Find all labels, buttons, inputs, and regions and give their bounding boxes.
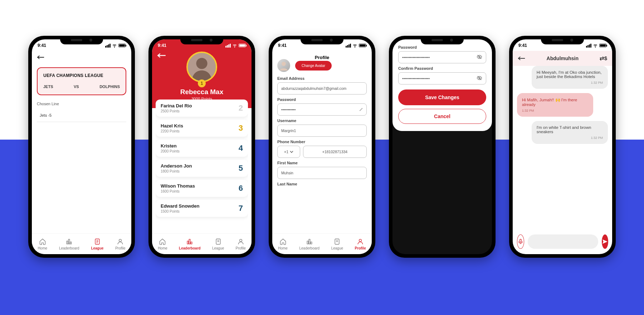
first-name-field[interactable]: Muhsin — [277, 167, 367, 179]
tab-profile[interactable]: Profile — [236, 238, 246, 250]
svg-point-8 — [359, 239, 362, 242]
entry-name: Kristen — [161, 143, 180, 149]
eye-off-icon[interactable] — [477, 75, 482, 82]
chat-title: Abdulmuhsin — [547, 55, 579, 61]
cancel-button[interactable]: Cancel — [398, 109, 486, 124]
entry-rank: 4 — [239, 144, 243, 153]
entry-points: 1800 Points — [161, 169, 192, 173]
email-label: Email Address — [277, 76, 367, 81]
entry-rank: 5 — [239, 164, 243, 173]
leaderboard-entry[interactable]: Hazel Kris2200 Points3 — [156, 120, 248, 137]
status-right — [346, 43, 366, 48]
password-field[interactable]: ••••••••••••••••••••• — [398, 51, 486, 63]
message-incoming: I'm on white T-shirt and brown sneakers … — [532, 121, 608, 144]
tab-leaderboard[interactable]: Leaderboard — [299, 238, 319, 250]
confirm-password-value: ••••••••••••••••••••• — [402, 76, 430, 81]
wifi-icon — [112, 43, 117, 48]
chosen-line-value[interactable]: Jets -5 — [37, 109, 126, 122]
username-field[interactable]: Margrin1 — [277, 125, 367, 137]
leaderboard-icon — [186, 238, 193, 245]
phone-password-sheet: Password ••••••••••••••••••••• Confirm P… — [389, 36, 496, 258]
chat-composer — [517, 233, 608, 250]
tab-profile[interactable]: Profile — [355, 238, 366, 250]
email-field[interactable]: abdurrazzaqabdulmuhsin7@gmail.com — [277, 82, 367, 94]
chevron-down-icon — [290, 150, 293, 154]
message-text: Hi Meeyah, I'm at Oko oba junction, just… — [537, 70, 603, 79]
password-label: Password — [277, 97, 367, 102]
tab-leaderboard[interactable]: Leaderboard — [179, 238, 201, 250]
svg-point-6 — [282, 62, 286, 66]
save-button[interactable]: Save Changes — [398, 89, 486, 105]
tab-league[interactable]: League — [212, 238, 224, 250]
leaderboard-entry[interactable]: Edward Snowden1500 Points7 — [156, 200, 248, 217]
eye-off-icon[interactable] — [477, 54, 482, 60]
back-button[interactable] — [157, 53, 166, 59]
tab-profile-label: Profile — [236, 246, 246, 250]
chosen-line-label: Chosen Line — [37, 102, 126, 106]
country-code-select[interactable]: +1 — [277, 146, 300, 158]
match-card[interactable]: UEFA CHAMPIONS LEAGUE JETS VS DOLPHINS — [37, 67, 126, 95]
wifi-icon — [352, 43, 357, 48]
bottom-tabs: Home Leaderboard League Profile — [152, 233, 252, 254]
send-button[interactable] — [602, 234, 608, 249]
transfer-icon[interactable]: ⇄$ — [600, 55, 607, 62]
phone-notch — [541, 36, 584, 44]
change-avatar-button[interactable]: Change Avatar — [295, 61, 332, 71]
password-field[interactable]: ••••••••••• — [277, 103, 367, 116]
username-label: Username — [277, 118, 367, 123]
microphone-icon — [517, 238, 524, 245]
entry-name: Anderson Jon — [161, 163, 192, 169]
tab-home[interactable]: Home — [38, 238, 47, 250]
entry-points: 1500 Points — [161, 209, 199, 213]
tab-home-label: Home — [158, 246, 167, 250]
rank-badge: 1 — [198, 79, 206, 87]
leaderboard-entry[interactable]: Wilson Thomas1600 Points6 — [156, 180, 248, 197]
svg-point-1 — [119, 239, 122, 242]
country-code-value: +1 — [284, 150, 288, 154]
send-icon — [602, 238, 608, 245]
avatar-small[interactable] — [277, 59, 290, 72]
sheet: Password ••••••••••••••••••••• Confirm P… — [392, 39, 492, 254]
back-arrow-icon[interactable] — [37, 55, 45, 60]
signal-icon — [225, 44, 231, 48]
phone-profile-form: 9:41 Profile Change Avatar Email Address… — [269, 36, 375, 258]
message-input[interactable] — [528, 234, 598, 249]
entry-rank: 3 — [239, 123, 243, 133]
phone-number-field[interactable]: +18102871334 — [303, 146, 367, 158]
tab-home-label: Home — [38, 246, 47, 250]
leaderboard-entry[interactable]: Farina Del Rio2500 Points2 — [156, 100, 248, 117]
home-icon — [39, 238, 46, 245]
tab-league[interactable]: League — [331, 238, 343, 250]
svg-rect-11 — [520, 239, 522, 242]
match-row: JETS VS DOLPHINS — [43, 84, 120, 89]
tab-league[interactable]: League — [91, 238, 103, 250]
confirm-password-field[interactable]: ••••••••••••••••••••• — [398, 72, 486, 84]
tab-profile[interactable]: Profile — [115, 238, 125, 250]
edit-icon[interactable] — [359, 107, 364, 112]
status-time: 9:41 — [518, 43, 527, 48]
leaderboard-entry[interactable]: Kristen2000 Points4 — [156, 140, 248, 157]
entry-rank: 2 — [239, 103, 243, 113]
tab-leaderboard-label: Leaderboard — [299, 246, 319, 250]
leaderboard-entry[interactable]: Anderson Jon1800 Points5 — [156, 160, 248, 177]
wifi-icon — [593, 43, 598, 48]
back-arrow-icon[interactable] — [518, 56, 526, 61]
screen-chat: 9:41 Abdulmuhsin ⇄$ Hi Meeyah, I'm at Ok… — [513, 39, 612, 254]
phone-row: +1 +18102871334 — [277, 146, 367, 158]
tab-home[interactable]: Home — [278, 238, 288, 250]
status-right — [105, 43, 126, 48]
entry-name: Wilson Thomas — [161, 183, 195, 189]
message-timestamp: 1:32 PM — [522, 109, 588, 112]
message-timestamp: 1:32 PM — [537, 136, 603, 140]
battery-icon — [599, 44, 606, 47]
top-avatar[interactable] — [186, 52, 217, 82]
phone-label: Phone Number — [277, 140, 367, 144]
leaderboard-list: Farina Del Rio2500 Points2Hazel Kris2200… — [156, 100, 248, 233]
mic-button[interactable] — [517, 234, 524, 249]
phone-notch — [421, 36, 464, 44]
chat-messages: Hi Meeyah, I'm at Oko oba junction, just… — [517, 66, 608, 229]
tab-leaderboard[interactable]: Leaderboard — [59, 238, 79, 250]
tab-home[interactable]: Home — [158, 238, 167, 250]
wifi-icon — [232, 43, 237, 48]
leaderboard-icon — [65, 238, 73, 245]
